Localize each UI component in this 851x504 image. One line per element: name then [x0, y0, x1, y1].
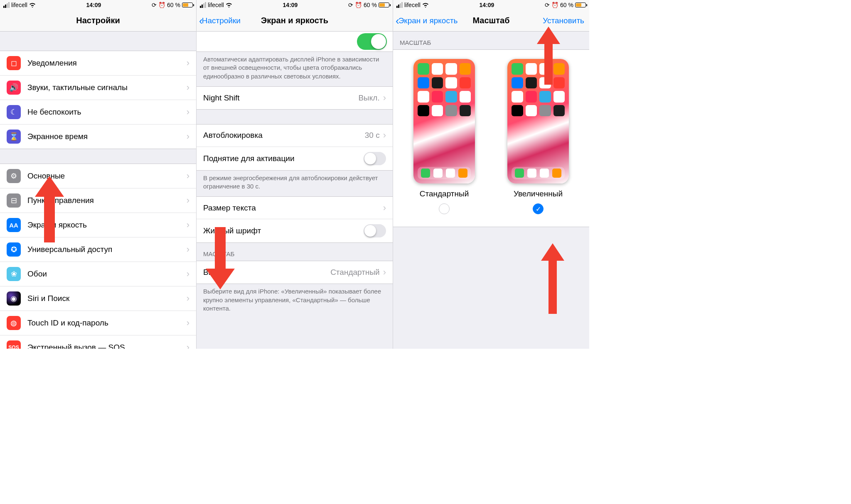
- row-label: Вид: [203, 268, 330, 277]
- battery-icon: [182, 2, 193, 7]
- alarm-icon: ⏰: [355, 2, 362, 8]
- zoom-option-zoomed[interactable]: Увеличенный ✓: [507, 59, 569, 214]
- bold-toggle[interactable]: [364, 224, 386, 237]
- row-icon: ☾: [7, 105, 21, 119]
- chevron-right-icon: ›: [187, 107, 189, 117]
- loop-icon: ⟳: [348, 2, 353, 8]
- powersave-footer: В режиме энергосбережения для автоблокир…: [197, 171, 393, 197]
- clock: 14:09: [480, 2, 494, 8]
- zoom-option-standard[interactable]: Стандартный: [413, 59, 475, 214]
- zoom-option-label: Увеличенный: [514, 189, 563, 198]
- view-row[interactable]: Вид Стандартный ›: [197, 261, 393, 284]
- nav-title: Масштаб: [472, 16, 509, 25]
- battery-icon: [575, 2, 586, 7]
- back-button[interactable]: ‹ Настройки: [199, 10, 241, 31]
- panel-display-brightness: lifecell 14:09 ⟳ ⏰ 60 % ‹ Настройки Экра…: [197, 0, 393, 349]
- settings-row[interactable]: ⊟Пункт управления›: [0, 188, 196, 213]
- row-icon: ⊟: [7, 193, 21, 208]
- clock: 14:09: [86, 2, 101, 8]
- row-label: Пункт управления: [27, 196, 187, 205]
- settings-row[interactable]: ◻Уведомления›: [0, 51, 196, 76]
- signal-icon: [200, 2, 206, 8]
- chevron-right-icon: ›: [187, 58, 189, 69]
- signal-icon: [3, 2, 10, 8]
- settings-row[interactable]: ✪Универсальный доступ›: [0, 237, 196, 262]
- settings-group-notifications: ◻Уведомления›🔊Звуки, тактильные сигналы›…: [0, 51, 196, 149]
- carrier-label: lifecell: [208, 2, 224, 8]
- loop-icon: ⟳: [152, 2, 157, 8]
- phone-preview-standard: [413, 59, 475, 183]
- settings-row[interactable]: ⚙Основные›: [0, 164, 196, 188]
- row-label: Размер текста: [203, 203, 383, 213]
- set-label: Установить: [543, 16, 584, 25]
- text-size-row[interactable]: Размер текста ›: [197, 197, 393, 219]
- radio-zoomed[interactable]: ✓: [533, 203, 544, 214]
- settings-row[interactable]: ☾Не беспокоить›: [0, 100, 196, 125]
- row-detail: Выкл.: [358, 93, 379, 103]
- raise-toggle[interactable]: [364, 152, 386, 165]
- panel-display-zoom: lifecell 14:09 ⟳ ⏰ 60 % ‹ Экран и яркост…: [393, 0, 589, 349]
- nav-bar: Настройки: [0, 10, 196, 32]
- zoom-scroll[interactable]: МАСШТАБ Стандартный Увеличенный ✓: [393, 32, 589, 349]
- settings-row[interactable]: 🔊Звуки, тактильные сигналы›: [0, 76, 196, 100]
- signal-icon: [396, 2, 403, 8]
- battery-icon: [379, 2, 389, 7]
- row-label: Экстренный вызов — SOS: [27, 343, 187, 349]
- status-bar: lifecell 14:09 ⟳ ⏰ 60 %: [197, 0, 393, 10]
- settings-row[interactable]: ⌛Экранное время›: [0, 125, 196, 149]
- chevron-right-icon: ›: [187, 318, 189, 328]
- chevron-right-icon: ›: [383, 93, 386, 103]
- row-label: Уведомления: [27, 59, 187, 68]
- chevron-right-icon: ›: [187, 269, 189, 279]
- chevron-right-icon: ›: [187, 220, 189, 230]
- row-icon: ⌛: [7, 130, 21, 144]
- chevron-right-icon: ›: [187, 342, 189, 349]
- row-label: Основные: [27, 171, 187, 181]
- status-bar: lifecell 14:09 ⟳ ⏰ 60 %: [0, 0, 196, 10]
- zoom-options: Стандартный Увеличенный ✓: [393, 49, 589, 227]
- settings-row[interactable]: ❀Обои›: [0, 262, 196, 286]
- zoom-header: МАСШТАБ: [393, 32, 589, 49]
- settings-row[interactable]: SOSЭкстренный вызов — SOS›: [0, 335, 196, 349]
- nav-title: Экран и яркость: [261, 16, 328, 25]
- nav-bar: ‹ Экран и яркость Масштаб Установить: [393, 10, 589, 32]
- nav-title: Настройки: [76, 16, 120, 25]
- row-icon: AA: [7, 218, 21, 232]
- battery-percent: 60 %: [167, 2, 180, 8]
- clock: 14:09: [283, 2, 298, 8]
- night-shift-row[interactable]: Night Shift Выкл. ›: [197, 87, 393, 109]
- back-button[interactable]: ‹ Экран и яркость: [396, 10, 458, 31]
- radio-standard[interactable]: [439, 203, 450, 214]
- wifi-icon: [422, 2, 429, 7]
- set-button[interactable]: Установить: [543, 10, 584, 31]
- settings-group-general: ⚙Основные›⊟Пункт управления›AAЭкран и яр…: [0, 164, 196, 349]
- row-label: Night Shift: [203, 93, 358, 103]
- chevron-right-icon: ›: [187, 82, 189, 93]
- true-tone-row: [197, 32, 393, 51]
- row-label: Siri и Поиск: [27, 294, 187, 303]
- row-icon: ◍: [7, 316, 21, 330]
- row-label: Touch ID и код-пароль: [27, 318, 187, 328]
- back-label: Экран и яркость: [398, 16, 458, 25]
- display-scroll[interactable]: Автоматически адаптировать дисплей iPhon…: [197, 32, 393, 349]
- row-icon: 🔊: [7, 81, 21, 95]
- settings-row[interactable]: AAЭкран и яркость›: [0, 213, 196, 237]
- chevron-right-icon: ›: [383, 267, 386, 278]
- true-tone-footer: Автоматически адаптировать дисплей iPhon…: [197, 52, 393, 86]
- row-label: Экран и яркость: [27, 220, 187, 230]
- chevron-right-icon: ›: [187, 195, 189, 206]
- back-label: Настройки: [202, 16, 241, 25]
- carrier-label: lifecell: [11, 2, 27, 8]
- loop-icon: ⟳: [545, 2, 550, 8]
- chevron-right-icon: ›: [187, 131, 189, 142]
- settings-row[interactable]: ◉Siri и Поиск›: [0, 286, 196, 311]
- status-bar: lifecell 14:09 ⟳ ⏰ 60 %: [393, 0, 589, 10]
- true-tone-toggle[interactable]: [357, 33, 387, 50]
- settings-scroll[interactable]: ◻Уведомления›🔊Звуки, тактильные сигналы›…: [0, 32, 196, 349]
- row-label: Звуки, тактильные сигналы: [27, 83, 187, 92]
- view-footer: Выберите вид для iPhone: «Увеличенный» п…: [197, 284, 393, 318]
- autolock-row[interactable]: Автоблокировка 30 с ›: [197, 125, 393, 147]
- row-detail: 30 с: [365, 131, 380, 140]
- nav-bar: ‹ Настройки Экран и яркость: [197, 10, 393, 32]
- settings-row[interactable]: ◍Touch ID и код-пароль›: [0, 311, 196, 335]
